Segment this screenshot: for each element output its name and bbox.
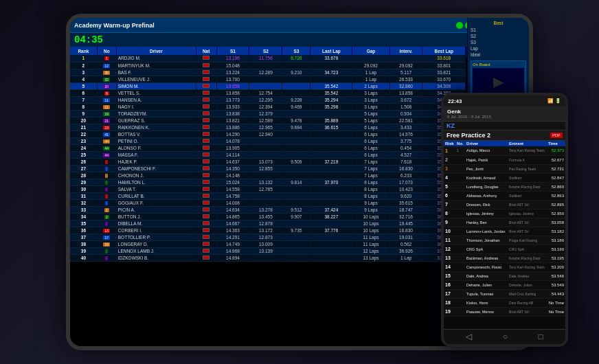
table-row: 38 29 LONGERAY D. 14.749 13.009 11 Laps …: [70, 240, 466, 247]
list-item: 13 Backman, Andreas Kosmic Racing Dept 5…: [444, 253, 565, 262]
pdf-button[interactable]: PDF: [550, 133, 563, 138]
timer: 04:35: [74, 34, 103, 45]
timer-row: 04:35 Local Time : 06/05/2016 1: [70, 33, 529, 47]
race-table: Rank No Driver Nat S1 S2 S3 Last Lap Gap…: [70, 47, 466, 262]
table-row: 31 CURILLAT B. 14.758 8 Laps 9.620 35.78…: [70, 192, 466, 199]
table-row: 26 HAJEK P. 14.637 13.073 9.509 37.219 7…: [70, 158, 466, 165]
table-row: 32 GOGIAUX F. 14.008 9 Laps 35.615 35.71…: [70, 199, 466, 206]
phone-category: KZ: [444, 122, 565, 130]
table-row: 25 44 MASSA F. 14.114 6 Laps 4.527 35.04…: [70, 151, 466, 158]
phone-session-header: Free Practice 2 PDF: [444, 130, 565, 141]
list-item: 4 Kozlinski, Arnaud Sodikart 52.847: [444, 173, 565, 182]
table-row: 35 DIBELLA M. 14.667 12.878 10 Laps 19.4…: [70, 220, 466, 227]
phone-location-header: Genk 9 Jul. 2015 - 9 Jul. 2015: [444, 106, 565, 122]
list-item: 1 1 Ardigo, Marco Tony Kart Racing Team …: [444, 146, 565, 155]
phone-screen: 22:43 📶 🔋 Genk 9 Jul. 2015 - 9 Jul. 2015…: [444, 95, 565, 344]
table-row: 5 20 SIMON M. 13.658 35.542 2 Laps 32.86…: [70, 82, 466, 89]
phone-table-container: Risk No. Driver Entrant Time 1 1 Ardigo,…: [444, 141, 565, 317]
table-row: 39 LENNOX LAMB J. 14.868 13.139 12 Laps …: [70, 247, 466, 254]
phone-status-bar: 22:43 📶 🔋: [444, 95, 565, 106]
col-nat: Nat: [196, 47, 216, 55]
col-gap: Gap: [352, 47, 389, 55]
table-row: 22 41 BOTTAS V. 14.290 12.940 6 Laps 14.…: [70, 130, 466, 137]
table-header-row: Rank No Driver Nat S1 S2 S3 Last Lap Gap…: [70, 47, 466, 55]
list-item: 11 Thomson, Jonathan Praga Kart Racing 5…: [444, 236, 565, 244]
table-row: 34 2 BUTTON J. 14.865 13.455 9.907 38.22…: [70, 213, 466, 220]
col-rank: Rank: [70, 47, 97, 55]
recent-button[interactable]: □: [539, 332, 543, 342]
table-row: 3 35 BAS F. 13.224 12.289 9.210 34.723 1…: [70, 69, 466, 76]
phone-session-title: Free Practice 2: [447, 132, 550, 139]
phone-time: 22:43: [448, 98, 462, 104]
list-item: 16 Deharte, Julien Deharte, Julien 53.54…: [444, 280, 565, 289]
side-item-lap: Lap: [471, 45, 526, 52]
side-item-s1: S1: [471, 27, 526, 33]
table-row: 1 1 ARDJIO M. 13.196 11.756 8.726 33.678…: [70, 55, 466, 62]
col-s3: S3: [282, 47, 310, 55]
app-title: Academy Warm-up Prefinal: [74, 22, 456, 29]
list-item: 19 Paauwe, Menno Birel ART Srl No Time: [444, 307, 565, 316]
phone-table-header: Risk No. Driver Entrant Time: [444, 141, 565, 146]
back-button[interactable]: ◁: [466, 332, 472, 342]
list-item: 10 Lammov-Lamb, Jordan Birel ART Srl 53.…: [444, 227, 565, 236]
table-row: 37 17 BOTTOLLIER P. 14.291 12.873 11 Lap…: [70, 234, 466, 240]
table-row: 27 CAMPONESCHI F. 14.350 12.855 7 Laps 1…: [70, 165, 466, 172]
table-row: 30 SALVA T. 14.558 12.785 8 Laps 10.423 …: [70, 185, 466, 192]
table-row: 21 23 RAIKKONEN K. 13.886 12.965 9.684 3…: [70, 124, 466, 130]
table-container: Rank No Driver Nat S1 S2 S3 Last Lap Gap…: [70, 47, 466, 335]
phone-race-table: Risk No. Driver Entrant Time 1 1 Ardigo,…: [444, 141, 565, 317]
dot-1: [456, 22, 463, 29]
list-item: 8 Iglesias, Jérémy Iglesias, Jérémy 52.9…: [444, 209, 565, 218]
table-row: 9 19 TORADZEYM. 13.838 12.379 5 Laps 0.9…: [70, 110, 466, 117]
table-row: 28 CHIONON J. 14.148 7 Laps 6.233 35.070: [70, 172, 466, 179]
table-row: 40 IDZKOWSKI B. 14.894 13 Laps 1 Lap 37.…: [70, 254, 466, 261]
list-item: 12 CRG SpA CRG SpA 53.190: [444, 244, 565, 253]
list-item: 7 Dreezen, Rick Birel ART Srl 52.895: [444, 200, 565, 209]
table-row: 36 13 CORBERI I. 14.363 13.172 9.735 37.…: [70, 227, 466, 234]
col-interv: Interv.: [389, 47, 422, 55]
col-last: Last Lap: [310, 47, 352, 55]
col-s2: S2: [249, 47, 282, 55]
phone-icons: 📶 🔋: [547, 98, 561, 104]
table-row: 8 11 NAGY I. 13.933 12.394 9.469 35.298 …: [70, 103, 466, 110]
table-row: 6 8 VETTEL S. 13.858 12.754 35.542 3 Lap…: [70, 89, 466, 96]
table-row: 4 32 VILLENEUVE J. 13.700 1 Lap 26.533 3…: [70, 76, 466, 82]
table-row: 7 11 HANSEN A. 13.773 12.295 9.228 35.29…: [70, 96, 466, 103]
side-item-ideal: Ideal: [471, 52, 526, 58]
col-driver: Driver: [116, 47, 196, 55]
side-item-s2: S2: [471, 33, 526, 39]
phone-device: 22:43 📶 🔋 Genk 9 Jul. 2015 - 9 Jul. 2015…: [441, 93, 568, 347]
table-row: 2 12 MARTINYUK M. 15.048 29.092 29.092 3…: [70, 62, 466, 69]
phone-location: Genk: [447, 109, 562, 115]
list-item: 15 Dale, Andrea Dale, Andrea 53.546: [444, 271, 565, 280]
table-row: 29 HAMILTON L. 15.024 13.132 9.814 37.97…: [70, 179, 466, 185]
phone-nav-bar: ◁ ○ □: [444, 329, 565, 344]
table-row: 24 44 ALONSO F. 13.905 6 Laps 0.454 35.4…: [70, 144, 466, 151]
list-item: 18 Kioloo, Henri Dino Racing AB No Time: [444, 298, 565, 307]
list-item: 17 Tupula, Tuomas Mad-Croc Karting 54.44…: [444, 289, 565, 298]
list-item: 5 Lundberg, Douglas Kosmic Racing Dept 5…: [444, 182, 565, 191]
list-item: 3 Pex, Jorrit Pex Racing Team 52.731: [444, 164, 565, 173]
app-header: Academy Warm-up Prefinal Air : 30°C Trac…: [70, 18, 529, 33]
table-row: 20 21 GUERRAZ S. 13.821 12.589 9.478 35.…: [70, 117, 466, 124]
list-item: 2 Hajek, Patrik Formula K 52.677: [444, 155, 565, 164]
list-item: 6 Abbasse, Anthony Sodikart 52.863: [444, 191, 565, 200]
table-row: 23 44 PETINI O. 14.078 6 Laps 3.775 35.0…: [70, 137, 466, 144]
list-item: 14 Camponeschi, Flavio Tony Kart Racing …: [444, 262, 565, 271]
col-s1: S1: [216, 47, 249, 55]
list-item: 9 Hanley, Ben Birel ART Srl 53.058: [444, 218, 565, 227]
home-button[interactable]: ○: [503, 332, 508, 342]
col-best: Best Lap: [422, 47, 466, 55]
side-panel-label: Best: [471, 21, 526, 25]
table-row: 33 2 PICIN A. 14.634 13.278 9.512 37.424…: [70, 206, 466, 213]
phone-date: 9 Jul. 2015 - 9 Jul. 2015: [447, 115, 562, 119]
side-item-s3: S3: [471, 39, 526, 45]
col-no: No: [97, 47, 116, 55]
